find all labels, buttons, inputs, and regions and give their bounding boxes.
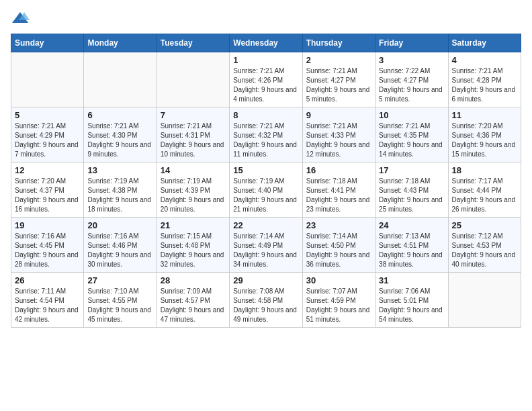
day-info: Sunrise: 7:19 AM Sunset: 4:40 PM Dayligh… xyxy=(233,177,298,214)
calendar-week-row: 1Sunrise: 7:21 AM Sunset: 4:26 PM Daylig… xyxy=(11,52,521,107)
calendar-cell: 15Sunrise: 7:19 AM Sunset: 4:40 PM Dayli… xyxy=(230,163,302,218)
page-header xyxy=(11,11,521,26)
calendar-cell: 3Sunrise: 7:22 AM Sunset: 4:27 PM Daylig… xyxy=(375,52,448,107)
day-number: 31 xyxy=(379,275,444,285)
calendar-week-row: 5Sunrise: 7:21 AM Sunset: 4:29 PM Daylig… xyxy=(11,107,521,163)
day-info: Sunrise: 7:14 AM Sunset: 4:50 PM Dayligh… xyxy=(306,232,371,269)
calendar-cell: 23Sunrise: 7:14 AM Sunset: 4:50 PM Dayli… xyxy=(302,218,375,273)
day-info: Sunrise: 7:21 AM Sunset: 4:32 PM Dayligh… xyxy=(233,122,298,159)
calendar-cell: 4Sunrise: 7:21 AM Sunset: 4:28 PM Daylig… xyxy=(448,52,521,107)
day-number: 1 xyxy=(233,55,298,65)
day-number: 6 xyxy=(87,110,152,120)
day-number: 17 xyxy=(379,165,444,175)
calendar-cell: 5Sunrise: 7:21 AM Sunset: 4:29 PM Daylig… xyxy=(11,107,84,163)
day-info: Sunrise: 7:13 AM Sunset: 4:51 PM Dayligh… xyxy=(379,232,444,269)
calendar-cell: 21Sunrise: 7:15 AM Sunset: 4:48 PM Dayli… xyxy=(157,218,229,273)
calendar-cell: 10Sunrise: 7:21 AM Sunset: 4:35 PM Dayli… xyxy=(375,107,448,163)
day-number: 21 xyxy=(161,220,226,230)
day-number: 11 xyxy=(452,110,517,120)
day-info: Sunrise: 7:21 AM Sunset: 4:26 PM Dayligh… xyxy=(233,66,298,104)
day-number: 12 xyxy=(15,165,80,175)
calendar-cell: 2Sunrise: 7:21 AM Sunset: 4:27 PM Daylig… xyxy=(302,52,375,107)
day-info: Sunrise: 7:21 AM Sunset: 4:29 PM Dayligh… xyxy=(15,122,80,159)
calendar-cell: 30Sunrise: 7:07 AM Sunset: 4:59 PM Dayli… xyxy=(302,273,375,328)
calendar-cell: 18Sunrise: 7:17 AM Sunset: 4:44 PM Dayli… xyxy=(448,163,521,218)
day-info: Sunrise: 7:11 AM Sunset: 4:54 PM Dayligh… xyxy=(15,287,80,324)
day-info: Sunrise: 7:09 AM Sunset: 4:57 PM Dayligh… xyxy=(161,287,226,324)
day-info: Sunrise: 7:16 AM Sunset: 4:46 PM Dayligh… xyxy=(87,232,152,269)
calendar-cell: 27Sunrise: 7:10 AM Sunset: 4:55 PM Dayli… xyxy=(84,273,157,328)
day-info: Sunrise: 7:21 AM Sunset: 4:35 PM Dayligh… xyxy=(379,122,444,159)
day-number: 30 xyxy=(306,275,371,285)
calendar-cell: 16Sunrise: 7:18 AM Sunset: 4:41 PM Dayli… xyxy=(302,163,375,218)
calendar-cell: 26Sunrise: 7:11 AM Sunset: 4:54 PM Dayli… xyxy=(11,273,84,328)
day-number: 28 xyxy=(161,275,226,285)
day-number: 10 xyxy=(379,110,444,120)
calendar-cell: 29Sunrise: 7:08 AM Sunset: 4:58 PM Dayli… xyxy=(230,273,302,328)
day-info: Sunrise: 7:21 AM Sunset: 4:27 PM Dayligh… xyxy=(306,66,371,104)
calendar-week-row: 19Sunrise: 7:16 AM Sunset: 4:45 PM Dayli… xyxy=(11,218,521,273)
day-number: 24 xyxy=(379,220,444,230)
day-number: 18 xyxy=(452,165,517,175)
day-info: Sunrise: 7:07 AM Sunset: 4:59 PM Dayligh… xyxy=(306,287,371,324)
day-number: 3 xyxy=(379,55,444,65)
day-number: 29 xyxy=(233,275,298,285)
calendar-cell xyxy=(84,52,157,107)
day-info: Sunrise: 7:21 AM Sunset: 4:30 PM Dayligh… xyxy=(87,122,152,159)
day-info: Sunrise: 7:16 AM Sunset: 4:45 PM Dayligh… xyxy=(15,232,80,269)
day-number: 14 xyxy=(161,165,226,175)
calendar-header-row: SundayMondayTuesdayWednesdayThursdayFrid… xyxy=(11,34,521,52)
day-info: Sunrise: 7:14 AM Sunset: 4:49 PM Dayligh… xyxy=(233,232,298,269)
day-info: Sunrise: 7:19 AM Sunset: 4:39 PM Dayligh… xyxy=(161,177,226,214)
day-number: 26 xyxy=(15,275,80,285)
calendar-cell: 19Sunrise: 7:16 AM Sunset: 4:45 PM Dayli… xyxy=(11,218,84,273)
calendar-cell: 6Sunrise: 7:21 AM Sunset: 4:30 PM Daylig… xyxy=(84,107,157,163)
day-info: Sunrise: 7:21 AM Sunset: 4:28 PM Dayligh… xyxy=(452,66,517,104)
day-number: 15 xyxy=(233,165,298,175)
calendar-cell: 31Sunrise: 7:06 AM Sunset: 5:01 PM Dayli… xyxy=(375,273,448,328)
calendar-cell: 22Sunrise: 7:14 AM Sunset: 4:49 PM Dayli… xyxy=(230,218,302,273)
day-number: 23 xyxy=(306,220,371,230)
day-number: 19 xyxy=(15,220,80,230)
day-number: 16 xyxy=(306,165,371,175)
calendar-cell: 11Sunrise: 7:20 AM Sunset: 4:36 PM Dayli… xyxy=(448,107,521,163)
logo xyxy=(11,11,32,26)
day-number: 7 xyxy=(161,110,226,120)
calendar-cell xyxy=(448,273,521,328)
logo-icon xyxy=(11,11,30,26)
day-info: Sunrise: 7:20 AM Sunset: 4:37 PM Dayligh… xyxy=(15,177,80,214)
header-day-tuesday: Tuesday xyxy=(157,34,229,52)
calendar-cell: 1Sunrise: 7:21 AM Sunset: 4:26 PM Daylig… xyxy=(230,52,302,107)
header-day-friday: Friday xyxy=(375,34,448,52)
calendar-cell: 9Sunrise: 7:21 AM Sunset: 4:33 PM Daylig… xyxy=(302,107,375,163)
calendar-table: SundayMondayTuesdayWednesdayThursdayFrid… xyxy=(11,34,521,328)
calendar-week-row: 26Sunrise: 7:11 AM Sunset: 4:54 PM Dayli… xyxy=(11,273,521,328)
calendar-cell: 17Sunrise: 7:18 AM Sunset: 4:43 PM Dayli… xyxy=(375,163,448,218)
day-info: Sunrise: 7:08 AM Sunset: 4:58 PM Dayligh… xyxy=(233,287,298,324)
calendar-cell: 8Sunrise: 7:21 AM Sunset: 4:32 PM Daylig… xyxy=(230,107,302,163)
day-info: Sunrise: 7:21 AM Sunset: 4:31 PM Dayligh… xyxy=(161,122,226,159)
day-info: Sunrise: 7:17 AM Sunset: 4:44 PM Dayligh… xyxy=(452,177,517,214)
day-number: 22 xyxy=(233,220,298,230)
day-info: Sunrise: 7:18 AM Sunset: 4:41 PM Dayligh… xyxy=(306,177,371,214)
calendar-cell: 7Sunrise: 7:21 AM Sunset: 4:31 PM Daylig… xyxy=(157,107,229,163)
calendar-cell xyxy=(11,52,84,107)
day-info: Sunrise: 7:06 AM Sunset: 5:01 PM Dayligh… xyxy=(379,287,444,324)
day-number: 8 xyxy=(233,110,298,120)
day-info: Sunrise: 7:18 AM Sunset: 4:43 PM Dayligh… xyxy=(379,177,444,214)
day-number: 2 xyxy=(306,55,371,65)
header-day-wednesday: Wednesday xyxy=(230,34,302,52)
calendar-cell: 28Sunrise: 7:09 AM Sunset: 4:57 PM Dayli… xyxy=(157,273,229,328)
day-info: Sunrise: 7:21 AM Sunset: 4:33 PM Dayligh… xyxy=(306,122,371,159)
day-info: Sunrise: 7:20 AM Sunset: 4:36 PM Dayligh… xyxy=(452,122,517,159)
day-number: 4 xyxy=(452,55,517,65)
day-number: 27 xyxy=(87,275,152,285)
calendar-cell xyxy=(157,52,229,107)
day-info: Sunrise: 7:19 AM Sunset: 4:38 PM Dayligh… xyxy=(87,177,152,214)
calendar-cell: 24Sunrise: 7:13 AM Sunset: 4:51 PM Dayli… xyxy=(375,218,448,273)
calendar-cell: 25Sunrise: 7:12 AM Sunset: 4:53 PM Dayli… xyxy=(448,218,521,273)
day-number: 13 xyxy=(87,165,152,175)
header-day-thursday: Thursday xyxy=(302,34,375,52)
day-info: Sunrise: 7:22 AM Sunset: 4:27 PM Dayligh… xyxy=(379,66,444,104)
calendar-week-row: 12Sunrise: 7:20 AM Sunset: 4:37 PM Dayli… xyxy=(11,163,521,218)
